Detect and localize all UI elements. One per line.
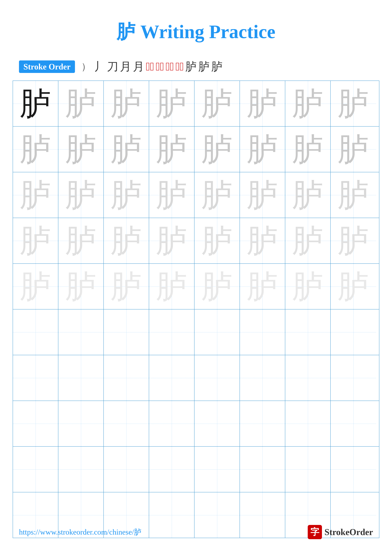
stroke-order-badge: Stroke Order	[19, 60, 75, 73]
grid-cell-5-8[interactable]: 胪	[331, 264, 376, 309]
grid-cell-9-8[interactable]	[331, 447, 376, 492]
grid-cell-9-6[interactable]	[240, 447, 285, 492]
grid-cell-9-1[interactable]	[13, 447, 58, 492]
stroke-1: 丿	[94, 59, 105, 74]
grid-cell-3-3[interactable]: 胪	[104, 172, 149, 218]
grid-cell-8-1[interactable]	[13, 401, 58, 446]
grid-cell-2-7[interactable]: 胪	[285, 127, 331, 172]
grid-cell-1-8[interactable]: 胪	[331, 81, 376, 126]
grid-cell-5-7[interactable]: 胪	[285, 264, 331, 309]
grid-cell-9-3[interactable]	[104, 447, 149, 492]
grid-cell-8-2[interactable]	[58, 401, 104, 446]
grid-cell-6-5[interactable]	[194, 309, 240, 355]
grid-cell-1-4[interactable]: 胪	[149, 81, 194, 126]
grid-cell-7-8[interactable]	[331, 355, 376, 401]
grid-cell-5-2[interactable]: 胪	[58, 264, 104, 309]
grid-row-2: 胪 胪 胪 胪 胪 胪 胪 胪	[13, 127, 379, 172]
grid-cell-5-3[interactable]: 胪	[104, 264, 149, 309]
grid-cell-1-7[interactable]: 胪	[285, 81, 331, 126]
grid-cell-1-5[interactable]: 胪	[194, 81, 240, 126]
grid-cell-3-6[interactable]: 胪	[240, 172, 285, 218]
grid-cell-7-4[interactable]	[149, 355, 194, 401]
stroke-5: 胪̄	[146, 60, 154, 73]
grid-cell-9-5[interactable]	[194, 447, 240, 492]
grid-row-8	[13, 401, 379, 447]
stroke-4: 月	[133, 59, 144, 74]
grid-cell-7-3[interactable]	[104, 355, 149, 401]
grid-cell-8-8[interactable]	[331, 401, 376, 446]
grid-cell-1-2[interactable]: 胪	[58, 81, 104, 126]
grid-cell-6-7[interactable]	[285, 309, 331, 355]
grid-cell-3-1[interactable]: 胪	[13, 172, 58, 218]
grid-cell-3-7[interactable]: 胪	[285, 172, 331, 218]
grid-cell-1-6[interactable]: 胪	[240, 81, 285, 126]
footer: https://www.strokeorder.com/chinese/胪 字 …	[0, 525, 392, 539]
grid-row-4: 胪 胪 胪 胪 胪 胪 胪 胪	[13, 218, 379, 264]
grid-cell-4-6[interactable]: 胪	[240, 218, 285, 263]
grid-cell-9-4[interactable]	[149, 447, 194, 492]
logo-icon: 字	[308, 525, 322, 539]
stroke-order-section: Stroke Order ） 丿 刀 月 月 胪̄ 胪̄ 胪̄ 胪̄ 胪 胪 胪	[0, 54, 392, 80]
grid-cell-7-7[interactable]	[285, 355, 331, 401]
grid-cell-3-5[interactable]: 胪	[194, 172, 240, 218]
grid-cell-2-3[interactable]: 胪	[104, 127, 149, 172]
title-char: 胪	[117, 21, 135, 42]
stroke-9: 胪	[185, 59, 197, 74]
grid-cell-8-3[interactable]	[104, 401, 149, 446]
stroke-6: 胪̄	[156, 60, 164, 73]
grid-cell-2-6[interactable]: 胪	[240, 127, 285, 172]
grid-row-5: 胪 胪 胪 胪 胪 胪 胪 胪	[13, 264, 379, 309]
grid-row-9	[13, 447, 379, 492]
grid-cell-7-2[interactable]	[58, 355, 104, 401]
grid-cell-4-1[interactable]: 胪	[13, 218, 58, 263]
logo-text: StrokeOrder	[324, 527, 373, 537]
grid-cell-5-4[interactable]: 胪	[149, 264, 194, 309]
grid-cell-4-8[interactable]: 胪	[331, 218, 376, 263]
grid-cell-4-3[interactable]: 胪	[104, 218, 149, 263]
grid-cell-6-6[interactable]	[240, 309, 285, 355]
title-text: Writing Practice	[135, 21, 275, 42]
grid-cell-5-5[interactable]: 胪	[194, 264, 240, 309]
grid-cell-4-4[interactable]: 胪	[149, 218, 194, 263]
grid-cell-6-8[interactable]	[331, 309, 376, 355]
grid-cell-8-7[interactable]	[285, 401, 331, 446]
grid-cell-6-1[interactable]	[13, 309, 58, 355]
stroke-sequence: ） 丿 刀 月 月 胪̄ 胪̄ 胪̄ 胪̄ 胪 胪 胪	[81, 59, 223, 74]
grid-cell-6-2[interactable]	[58, 309, 104, 355]
footer-url[interactable]: https://www.strokeorder.com/chinese/胪	[19, 527, 142, 537]
grid-cell-2-4[interactable]: 胪	[149, 127, 194, 172]
grid-cell-3-4[interactable]: 胪	[149, 172, 194, 218]
grid-cell-8-6[interactable]	[240, 401, 285, 446]
grid-cell-5-1[interactable]: 胪	[13, 264, 58, 309]
grid-cell-7-6[interactable]	[240, 355, 285, 401]
grid-cell-4-7[interactable]: 胪	[285, 218, 331, 263]
grid-cell-2-8[interactable]: 胪	[331, 127, 376, 172]
grid-cell-7-1[interactable]	[13, 355, 58, 401]
grid-row-3: 胪 胪 胪 胪 胪 胪 胪 胪	[13, 172, 379, 218]
logo-icon-char: 字	[310, 526, 319, 538]
grid-cell-2-1[interactable]: 胪	[13, 127, 58, 172]
page-title: 胪 Writing Practice	[0, 0, 392, 54]
grid-cell-3-8[interactable]: 胪	[331, 172, 376, 218]
grid-row-7	[13, 355, 379, 401]
grid-cell-2-2[interactable]: 胪	[58, 127, 104, 172]
stroke-11: 胪	[211, 59, 223, 74]
grid-cell-9-2[interactable]	[58, 447, 104, 492]
grid-cell-4-2[interactable]: 胪	[58, 218, 104, 263]
grid-cell-1-3[interactable]: 胪	[104, 81, 149, 126]
grid-row-6	[13, 309, 379, 355]
grid-cell-5-6[interactable]: 胪	[240, 264, 285, 309]
grid-cell-6-4[interactable]	[149, 309, 194, 355]
grid-cell-2-5[interactable]: 胪	[194, 127, 240, 172]
grid-cell-3-2[interactable]: 胪	[58, 172, 104, 218]
grid-cell-1-1[interactable]: 胪	[13, 81, 58, 126]
grid-cell-4-5[interactable]: 胪	[194, 218, 240, 263]
grid-cell-6-3[interactable]	[104, 309, 149, 355]
stroke-3: 月	[120, 59, 131, 74]
grid-cell-8-4[interactable]	[149, 401, 194, 446]
grid-cell-8-5[interactable]	[194, 401, 240, 446]
char-dark: 胪	[20, 88, 51, 119]
stroke-10: 胪	[198, 59, 210, 74]
grid-cell-7-5[interactable]	[194, 355, 240, 401]
grid-cell-9-7[interactable]	[285, 447, 331, 492]
